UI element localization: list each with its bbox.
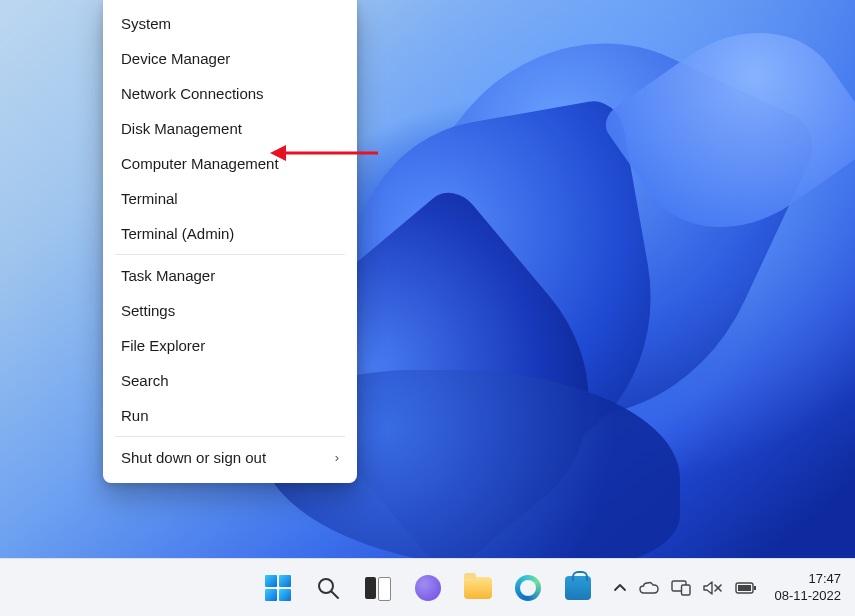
menu-item-run[interactable]: Run (105, 398, 355, 433)
clock-time: 17:47 (775, 571, 842, 587)
menu-item-terminal[interactable]: Terminal (105, 181, 355, 216)
menu-label: Terminal (Admin) (121, 225, 234, 242)
menu-label: System (121, 15, 171, 32)
svg-rect-5 (681, 585, 690, 595)
menu-label: Computer Management (121, 155, 279, 172)
menu-item-settings[interactable]: Settings (105, 293, 355, 328)
chevron-up-icon (613, 581, 627, 595)
clock-date: 08-11-2022 (775, 588, 842, 604)
menu-item-computer-management[interactable]: Computer Management (105, 146, 355, 181)
volume-mute-icon (703, 580, 723, 596)
menu-label: Device Manager (121, 50, 230, 67)
menu-label: Disk Management (121, 120, 242, 137)
taskbar-search-button[interactable] (314, 574, 342, 602)
desktop: System Device Manager Network Connection… (0, 0, 855, 616)
svg-line-3 (331, 591, 338, 598)
menu-item-network-connections[interactable]: Network Connections (105, 76, 355, 111)
menu-label: Shut down or sign out (121, 449, 266, 466)
store-icon (565, 576, 591, 600)
menu-label: Search (121, 372, 169, 389)
tray-onedrive-button[interactable] (639, 581, 659, 595)
menu-label: Run (121, 407, 149, 424)
taskbar-teams-button[interactable] (414, 574, 442, 602)
menu-item-terminal-admin[interactable]: Terminal (Admin) (105, 216, 355, 251)
windows-logo-icon (265, 575, 291, 601)
winx-menu: System Device Manager Network Connection… (103, 0, 357, 483)
tray-volume-button[interactable] (703, 580, 723, 596)
folder-icon (464, 577, 492, 599)
start-button[interactable] (264, 574, 292, 602)
taskbar-clock[interactable]: 17:47 08-11-2022 (769, 571, 842, 604)
edge-icon (515, 575, 541, 601)
taskbar-center (264, 574, 592, 602)
task-view-icon (365, 577, 391, 599)
taskbar-store-button[interactable] (564, 574, 592, 602)
menu-item-system[interactable]: System (105, 6, 355, 41)
tray-battery-button[interactable] (735, 581, 757, 595)
tray-display-button[interactable] (671, 580, 691, 596)
cloud-icon (639, 581, 659, 595)
task-view-button[interactable] (364, 574, 392, 602)
menu-label: File Explorer (121, 337, 205, 354)
menu-item-disk-management[interactable]: Disk Management (105, 111, 355, 146)
menu-separator (115, 254, 345, 255)
taskbar-file-explorer-button[interactable] (464, 574, 492, 602)
search-icon (316, 576, 340, 600)
svg-rect-9 (754, 586, 756, 590)
teams-icon (415, 575, 441, 601)
menu-item-search[interactable]: Search (105, 363, 355, 398)
chevron-right-icon: › (335, 450, 339, 465)
battery-icon (735, 581, 757, 595)
menu-label: Terminal (121, 190, 178, 207)
menu-item-device-manager[interactable]: Device Manager (105, 41, 355, 76)
screen-icon (671, 580, 691, 596)
menu-label: Network Connections (121, 85, 264, 102)
tray-overflow-button[interactable] (613, 581, 627, 595)
menu-separator (115, 436, 345, 437)
taskbar: 17:47 08-11-2022 (0, 558, 855, 616)
menu-item-task-manager[interactable]: Task Manager (105, 258, 355, 293)
menu-label: Task Manager (121, 267, 215, 284)
taskbar-edge-button[interactable] (514, 574, 542, 602)
menu-item-shutdown-signout[interactable]: Shut down or sign out › (105, 440, 355, 475)
menu-label: Settings (121, 302, 175, 319)
svg-rect-10 (738, 585, 751, 591)
system-tray: 17:47 08-11-2022 (613, 559, 856, 617)
menu-item-file-explorer[interactable]: File Explorer (105, 328, 355, 363)
